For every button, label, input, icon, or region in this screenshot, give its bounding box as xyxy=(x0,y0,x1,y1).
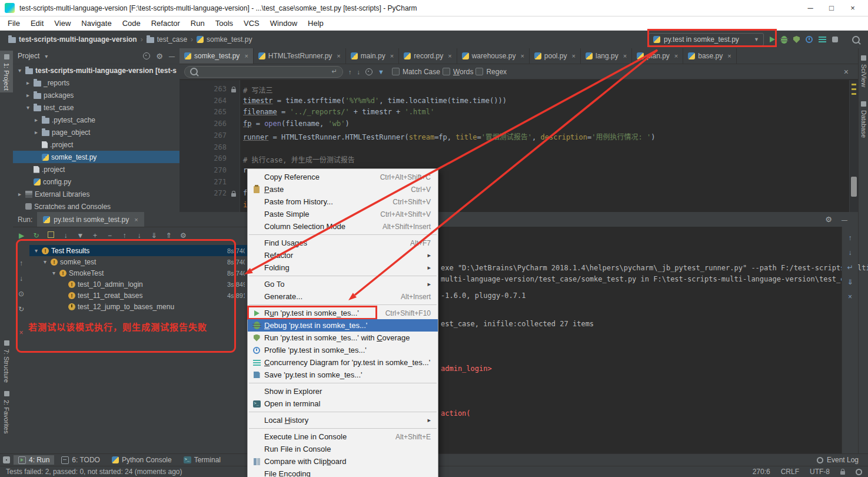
clear-console-icon[interactable]: × xyxy=(848,293,852,301)
find-previous-icon[interactable]: ↑ xyxy=(348,68,352,75)
scroll-to-end-icon[interactable]: ⇓ xyxy=(847,278,853,286)
close-tab-icon[interactable]: × xyxy=(337,52,340,59)
chevron-right-icon[interactable]: ▸ xyxy=(25,80,31,86)
checkbox-icon[interactable] xyxy=(475,68,483,75)
import-tests-icon[interactable]: ⇓ xyxy=(149,231,159,240)
export-tests-icon[interactable]: ⇑ xyxy=(164,231,174,240)
editor-tab-pool-py[interactable]: pool.py× xyxy=(530,48,581,64)
profiler-icon[interactable] xyxy=(806,36,813,43)
autotest-icon[interactable] xyxy=(46,231,56,240)
test-tree-item-test-results[interactable]: ▾Test Results8s 740ms xyxy=(29,245,248,256)
context-menu-run-py-test-in-somke-tes-with-coverage[interactable]: Run 'py.test in somke_tes...' with Cover… xyxy=(248,332,438,344)
context-menu-generate[interactable]: Generate...Alt+Insert xyxy=(248,290,438,303)
line-separator[interactable]: CRLF xyxy=(781,468,799,476)
search-field[interactable]: ↵ xyxy=(184,66,343,78)
chevron-right-icon[interactable]: ▸ xyxy=(16,191,23,197)
menu-refactor[interactable]: Refactor xyxy=(146,19,185,28)
tool-window-switcher-icon[interactable] xyxy=(3,456,10,463)
gear-icon[interactable] xyxy=(156,52,163,61)
test-tree-item-test-11-creat-bases[interactable]: test_11_creat_bases4s 891ms xyxy=(29,290,248,301)
close-icon[interactable]: × xyxy=(16,329,26,337)
context-menu-file-encoding[interactable]: File Encoding xyxy=(248,468,438,477)
file-encoding[interactable]: UTF-8 xyxy=(810,468,830,476)
editor-tab-somke-test-py[interactable]: somke_test.py× xyxy=(179,48,254,64)
context-menu-column-selection-mode[interactable]: Column Selection ModeAlt+Shift+Insert xyxy=(248,220,438,233)
editor-tab-lang-py[interactable]: lang.py× xyxy=(581,48,632,64)
context-menu-find-usages[interactable]: Find UsagesAlt+F7 xyxy=(248,237,438,249)
project-tree-item-project[interactable]: .project xyxy=(13,163,179,175)
prev-failed-icon[interactable]: ↑ xyxy=(119,231,129,240)
rerun-failed-icon[interactable]: ↻ xyxy=(31,231,41,240)
context-menu-compare-with-clipboard[interactable]: Compare with Clipboard xyxy=(248,455,438,468)
toolwindow-terminal[interactable]: Terminal xyxy=(179,455,225,465)
chevron-down-icon[interactable]: ▾ xyxy=(51,270,57,276)
hide-panel-icon[interactable] xyxy=(842,216,847,224)
menu-file[interactable]: File xyxy=(2,19,25,28)
run-tab[interactable]: py.test in somke_test.py × xyxy=(37,212,144,227)
close-tab-icon[interactable]: × xyxy=(727,52,731,59)
context-menu-open-in-terminal[interactable]: Open in terminal xyxy=(248,398,438,410)
find-all-icon[interactable] xyxy=(365,68,373,75)
project-tree-item-test-case[interactable]: ▾test_case xyxy=(13,101,179,114)
project-tree-item-test-scripts-multi-language-version-test-s[interactable]: ▾test-scripts-multi-language-version [te… xyxy=(13,64,179,77)
editor-tab-base-py[interactable]: base.py× xyxy=(683,48,736,64)
checkbox-icon[interactable] xyxy=(392,68,400,75)
rerun-icon[interactable]: ▶ xyxy=(16,231,26,240)
hide-panel-icon[interactable] xyxy=(169,52,175,60)
chevron-down-icon[interactable]: ▾ xyxy=(25,104,31,111)
menu-view[interactable]: View xyxy=(49,19,76,28)
close-button[interactable]: × xyxy=(842,4,863,12)
project-tree-item-reports[interactable]: ▸_reports xyxy=(13,77,179,89)
close-tab-icon[interactable]: × xyxy=(623,52,627,59)
context-menu-execute-line-in-console[interactable]: Execute Line in ConsoleAlt+Shift+E xyxy=(248,430,438,443)
checkbox-icon[interactable] xyxy=(443,68,450,75)
locate-file-icon[interactable] xyxy=(143,52,150,59)
collapse-all-icon[interactable]: − xyxy=(105,231,115,240)
test-tree-item-somke-test[interactable]: ▾somke_test8s 740ms xyxy=(29,256,248,267)
chevron-down-icon[interactable]: ▾ xyxy=(42,259,48,265)
close-tab-icon[interactable]: × xyxy=(674,52,678,59)
editor-tab-record-py[interactable]: record.py× xyxy=(399,48,457,64)
run-config-select[interactable]: py.test in somke_test.py ▼ xyxy=(648,33,764,46)
up-icon[interactable]: ↑ xyxy=(16,259,26,267)
menu-vcs[interactable]: VCS xyxy=(238,19,265,28)
down-icon[interactable]: ↓ xyxy=(16,274,26,283)
context-menu-local-history[interactable]: Local History▸ xyxy=(248,414,438,426)
error-stripe[interactable] xyxy=(849,80,858,212)
editor-tab-htmltestrunner-py[interactable]: HTMLTestRunner.py× xyxy=(254,48,346,64)
test-settings-icon[interactable]: ⚙ xyxy=(178,231,188,240)
run-icon[interactable] xyxy=(770,37,775,42)
close-tab-icon[interactable]: × xyxy=(134,216,138,223)
menu-navigate[interactable]: Navigate xyxy=(76,19,117,28)
minimize-button[interactable]: ─ xyxy=(800,4,821,12)
editor-tab-plan-py[interactable]: plan.py× xyxy=(632,48,683,64)
context-menu-copy-reference[interactable]: Copy ReferenceCtrl+Alt+Shift+C xyxy=(248,171,438,183)
project-tree-item-external-libraries[interactable]: ▸External Libraries xyxy=(13,188,179,200)
memory-indicator-icon[interactable] xyxy=(856,469,862,475)
close-tab-icon[interactable]: × xyxy=(520,52,524,59)
menu-edit[interactable]: Edit xyxy=(25,19,49,28)
menu-run[interactable]: Run xyxy=(185,19,210,28)
chevron-right-icon[interactable]: ▸ xyxy=(33,117,39,123)
editor-tab-main-py[interactable]: main.py× xyxy=(346,48,399,64)
chevron-down-icon[interactable]: ▾ xyxy=(33,247,39,254)
context-menu-profile-py-test-in-somke-tes[interactable]: Profile 'py.test in somke_tes...' xyxy=(248,344,438,356)
history-icon[interactable]: ↻ xyxy=(16,305,26,313)
test-tree-item-test-12-jump-to-bases-menu[interactable]: test_12_jump_to_bases_menu xyxy=(29,301,248,312)
project-tree-item-page-object[interactable]: ▸page_object xyxy=(13,126,179,138)
context-menu-paste-simple[interactable]: Paste SimpleCtrl+Alt+Shift+V xyxy=(248,208,438,220)
breadcrumb-test-case[interactable]: test_case xyxy=(145,35,188,44)
scrollbar-thumb[interactable] xyxy=(851,177,857,197)
context-menu-paste[interactable]: PasteCtrl+V xyxy=(248,183,438,196)
chevron-right-icon[interactable]: ▸ xyxy=(25,92,31,98)
context-menu-paste-from-history[interactable]: Paste from History...Ctrl+Shift+V xyxy=(248,196,438,208)
menu-help[interactable]: Help xyxy=(302,19,329,28)
project-tree-item-pytest-cache[interactable]: ▸.pytest_cache xyxy=(13,114,179,126)
soft-wrap-icon[interactable]: ↵ xyxy=(847,263,853,271)
chevron-right-icon[interactable]: ▸ xyxy=(33,129,39,135)
breadcrumb-somke-test-py[interactable]: somke_test.py xyxy=(195,35,253,44)
up-stack-trace-icon[interactable]: ↑ xyxy=(849,234,852,242)
find-option-regex[interactable]: Regex xyxy=(475,68,507,76)
next-failed-icon[interactable]: ↓ xyxy=(134,231,144,240)
lock-icon[interactable] xyxy=(840,471,845,475)
